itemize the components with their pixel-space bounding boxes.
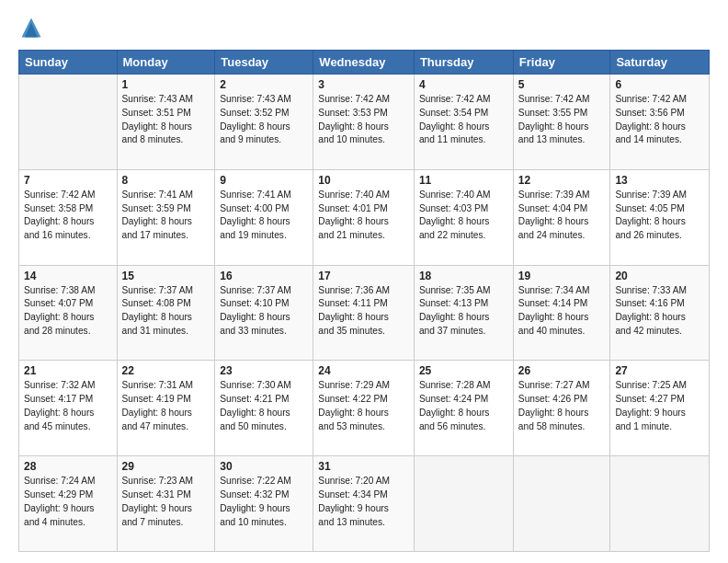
calendar-cell: 10Sunrise: 7:40 AMSunset: 4:01 PMDayligh…: [313, 169, 415, 265]
day-info: Sunrise: 7:32 AMSunset: 4:17 PMDaylight:…: [24, 379, 112, 433]
day-number: 22: [122, 364, 210, 377]
calendar-cell: [513, 456, 610, 552]
calendar-day-header: Saturday: [610, 51, 710, 75]
calendar-cell: 5Sunrise: 7:42 AMSunset: 3:55 PMDaylight…: [513, 75, 610, 170]
calendar-day-header: Thursday: [414, 51, 513, 75]
day-info: Sunrise: 7:42 AMSunset: 3:54 PMDaylight:…: [419, 93, 508, 147]
calendar-cell: 11Sunrise: 7:40 AMSunset: 4:03 PMDayligh…: [414, 169, 513, 265]
day-number: 2: [220, 78, 308, 91]
day-number: 28: [24, 460, 112, 473]
calendar-cell: 18Sunrise: 7:35 AMSunset: 4:13 PMDayligh…: [414, 265, 513, 361]
day-number: 17: [318, 270, 409, 282]
calendar-cell: 2Sunrise: 7:43 AMSunset: 3:52 PMDaylight…: [215, 75, 313, 170]
day-info: Sunrise: 7:27 AMSunset: 4:26 PMDaylight:…: [518, 379, 606, 433]
calendar-cell: 25Sunrise: 7:28 AMSunset: 4:24 PMDayligh…: [414, 361, 513, 456]
day-number: 14: [24, 270, 112, 282]
day-number: 1: [122, 78, 210, 91]
calendar-cell: 8Sunrise: 7:41 AMSunset: 3:59 PMDaylight…: [117, 169, 215, 265]
calendar-table: SundayMondayTuesdayWednesdayThursdayFrid…: [18, 50, 710, 552]
day-info: Sunrise: 7:42 AMSunset: 3:58 PMDaylight:…: [24, 189, 112, 243]
calendar-cell: 12Sunrise: 7:39 AMSunset: 4:04 PMDayligh…: [513, 169, 610, 265]
calendar-cell: 30Sunrise: 7:22 AMSunset: 4:32 PMDayligh…: [215, 456, 313, 552]
calendar-cell: 29Sunrise: 7:23 AMSunset: 4:31 PMDayligh…: [117, 456, 215, 552]
day-info: Sunrise: 7:20 AMSunset: 4:34 PMDaylight:…: [318, 475, 409, 529]
day-info: Sunrise: 7:37 AMSunset: 4:10 PMDaylight:…: [220, 284, 308, 339]
calendar-cell: 14Sunrise: 7:38 AMSunset: 4:07 PMDayligh…: [19, 265, 118, 361]
calendar-cell: 28Sunrise: 7:24 AMSunset: 4:29 PMDayligh…: [19, 456, 118, 552]
day-number: 26: [518, 364, 606, 377]
day-info: Sunrise: 7:39 AMSunset: 4:05 PMDaylight:…: [615, 189, 704, 243]
day-info: Sunrise: 7:36 AMSunset: 4:11 PMDaylight:…: [318, 284, 409, 339]
day-number: 10: [318, 174, 409, 187]
day-number: 23: [220, 364, 308, 377]
calendar-cell: [610, 456, 710, 552]
day-info: Sunrise: 7:23 AMSunset: 4:31 PMDaylight:…: [122, 475, 210, 529]
calendar-cell: 4Sunrise: 7:42 AMSunset: 3:54 PMDaylight…: [414, 75, 513, 170]
day-info: Sunrise: 7:37 AMSunset: 4:08 PMDaylight:…: [122, 284, 210, 339]
calendar-week-row: 1Sunrise: 7:43 AMSunset: 3:51 PMDaylight…: [19, 75, 710, 170]
calendar-day-header: Friday: [513, 51, 610, 75]
day-number: 5: [518, 78, 606, 91]
day-info: Sunrise: 7:42 AMSunset: 3:56 PMDaylight:…: [615, 93, 704, 147]
day-info: Sunrise: 7:31 AMSunset: 4:19 PMDaylight:…: [122, 379, 210, 433]
day-info: Sunrise: 7:42 AMSunset: 3:53 PMDaylight:…: [318, 93, 409, 147]
calendar-header-row: SundayMondayTuesdayWednesdayThursdayFrid…: [19, 51, 710, 75]
day-number: 7: [24, 174, 112, 187]
calendar-cell: 31Sunrise: 7:20 AMSunset: 4:34 PMDayligh…: [313, 456, 415, 552]
calendar-cell: 15Sunrise: 7:37 AMSunset: 4:08 PMDayligh…: [117, 265, 215, 361]
day-number: 8: [122, 174, 210, 187]
calendar-week-row: 14Sunrise: 7:38 AMSunset: 4:07 PMDayligh…: [19, 265, 710, 361]
day-number: 30: [220, 460, 308, 473]
calendar-cell: 9Sunrise: 7:41 AMSunset: 4:00 PMDaylight…: [215, 169, 313, 265]
day-info: Sunrise: 7:35 AMSunset: 4:13 PMDaylight:…: [419, 284, 508, 339]
day-info: Sunrise: 7:40 AMSunset: 4:03 PMDaylight:…: [419, 189, 508, 243]
logo-icon: [18, 15, 44, 40]
day-info: Sunrise: 7:33 AMSunset: 4:16 PMDaylight:…: [615, 284, 704, 339]
calendar-day-header: Wednesday: [313, 51, 415, 75]
day-info: Sunrise: 7:43 AMSunset: 3:52 PMDaylight:…: [220, 93, 308, 147]
calendar-cell: [19, 75, 118, 170]
calendar-cell: 24Sunrise: 7:29 AMSunset: 4:22 PMDayligh…: [313, 361, 415, 456]
day-number: 29: [122, 460, 210, 473]
calendar-cell: 26Sunrise: 7:27 AMSunset: 4:26 PMDayligh…: [513, 361, 610, 456]
day-info: Sunrise: 7:24 AMSunset: 4:29 PMDaylight:…: [24, 475, 112, 529]
day-number: 16: [220, 270, 308, 282]
day-info: Sunrise: 7:39 AMSunset: 4:04 PMDaylight:…: [518, 189, 606, 243]
calendar-cell: 21Sunrise: 7:32 AMSunset: 4:17 PMDayligh…: [19, 361, 118, 456]
logo: [18, 15, 48, 40]
day-number: 6: [615, 78, 704, 91]
day-info: Sunrise: 7:42 AMSunset: 3:55 PMDaylight:…: [518, 93, 606, 147]
page: SundayMondayTuesdayWednesdayThursdayFrid…: [0, 0, 728, 563]
day-info: Sunrise: 7:34 AMSunset: 4:14 PMDaylight:…: [518, 284, 606, 339]
day-number: 20: [615, 270, 704, 282]
day-number: 15: [122, 270, 210, 282]
day-number: 25: [419, 364, 508, 377]
day-number: 24: [318, 364, 409, 377]
calendar-cell: 13Sunrise: 7:39 AMSunset: 4:05 PMDayligh…: [610, 169, 710, 265]
day-info: Sunrise: 7:22 AMSunset: 4:32 PMDaylight:…: [220, 475, 308, 529]
calendar-cell: [414, 456, 513, 552]
calendar-cell: 7Sunrise: 7:42 AMSunset: 3:58 PMDaylight…: [19, 169, 118, 265]
day-number: 13: [615, 174, 704, 187]
calendar-day-header: Sunday: [19, 51, 118, 75]
day-number: 19: [518, 270, 606, 282]
day-number: 3: [318, 78, 409, 91]
day-info: Sunrise: 7:38 AMSunset: 4:07 PMDaylight:…: [24, 284, 112, 339]
day-info: Sunrise: 7:29 AMSunset: 4:22 PMDaylight:…: [318, 379, 409, 433]
day-info: Sunrise: 7:43 AMSunset: 3:51 PMDaylight:…: [122, 93, 210, 147]
day-number: 4: [419, 78, 508, 91]
day-number: 9: [220, 174, 308, 187]
day-number: 27: [615, 364, 704, 377]
day-info: Sunrise: 7:41 AMSunset: 3:59 PMDaylight:…: [122, 189, 210, 243]
calendar-week-row: 21Sunrise: 7:32 AMSunset: 4:17 PMDayligh…: [19, 361, 710, 456]
day-number: 12: [518, 174, 606, 187]
calendar-day-header: Tuesday: [215, 51, 313, 75]
day-info: Sunrise: 7:28 AMSunset: 4:24 PMDaylight:…: [419, 379, 508, 433]
calendar-week-row: 7Sunrise: 7:42 AMSunset: 3:58 PMDaylight…: [19, 169, 710, 265]
header: [18, 15, 710, 40]
day-number: 18: [419, 270, 508, 282]
calendar-week-row: 28Sunrise: 7:24 AMSunset: 4:29 PMDayligh…: [19, 456, 710, 552]
calendar-cell: 3Sunrise: 7:42 AMSunset: 3:53 PMDaylight…: [313, 75, 415, 170]
calendar-cell: 1Sunrise: 7:43 AMSunset: 3:51 PMDaylight…: [117, 75, 215, 170]
calendar-cell: 6Sunrise: 7:42 AMSunset: 3:56 PMDaylight…: [610, 75, 710, 170]
